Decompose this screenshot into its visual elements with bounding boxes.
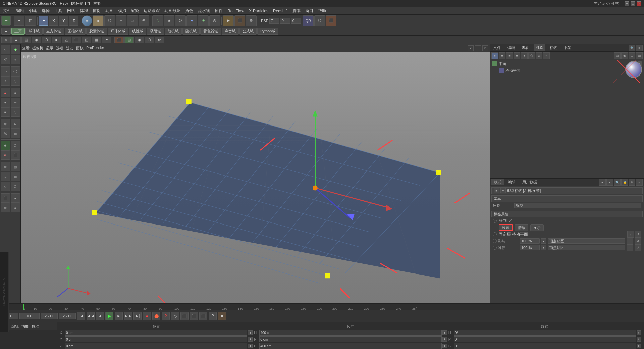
menu-help[interactable]: 帮助 [316, 7, 328, 14]
attr-radio1[interactable] [493, 219, 497, 223]
mode-icon[interactable]: ● [1, 28, 11, 35]
rotate-tool[interactable]: ↺ [1, 55, 10, 64]
kf-tab-calib[interactable]: 校准 [32, 324, 39, 329]
obj-view-icon4[interactable]: ▦ [636, 52, 643, 59]
obj-icon2[interactable]: ■ [499, 52, 505, 59]
attr-opacity-icon1[interactable]: ↑ [627, 244, 633, 251]
menu-realflow[interactable]: RealFlow [225, 8, 246, 14]
vp-settings-button[interactable]: □ [482, 45, 488, 51]
attr-radio4[interactable] [493, 246, 497, 250]
edge-mode[interactable]: ─ [11, 98, 20, 107]
menu-char[interactable]: 角色 [183, 7, 195, 14]
vp-menu-display[interactable]: 显示 [46, 46, 53, 51]
knife-btn[interactable]: ◇ [1, 182, 10, 191]
render-view-button[interactable]: ▶ [223, 15, 234, 26]
vp-menu-panel[interactable]: 面板 [76, 46, 84, 51]
rot-p-input[interactable]: 0° [454, 336, 636, 342]
func2-button[interactable]: ⬛ [190, 312, 198, 320]
menu-render[interactable]: 渲染 [129, 7, 141, 14]
next-frame-button[interactable]: ► [115, 312, 123, 320]
rot-h-input[interactable]: 0° [454, 330, 636, 336]
mode-noise[interactable]: 隐机域 [182, 28, 200, 35]
extra4[interactable]: ◈ [11, 203, 20, 212]
mode-capsule[interactable]: 胶囊体域 [86, 28, 107, 35]
obj-tab-object[interactable]: 对象 [534, 44, 545, 51]
mode-home[interactable]: 主页 [11, 28, 25, 35]
func3-button[interactable]: ⬛ [199, 312, 207, 320]
obj-view-icon1[interactable]: ▤ [614, 52, 621, 59]
attr-opacity-dot[interactable]: ● [541, 245, 546, 250]
extra-button1[interactable]: ⬡ [314, 15, 325, 26]
mode-adsorb[interactable]: 吸附域 [147, 28, 164, 35]
point-mode[interactable]: ● [1, 98, 10, 107]
attr-strength-field[interactable]: 100 % [520, 238, 540, 244]
snap-settings[interactable]: ⚙ [11, 119, 20, 129]
attr-icon2[interactable]: ● [500, 188, 506, 193]
size-b-input[interactable]: 400 cm [259, 343, 441, 349]
menu-volume[interactable]: 体积 [78, 7, 90, 14]
obj-mgr-search[interactable]: 🔍 [629, 45, 635, 51]
poly-mode[interactable]: ■ [1, 107, 10, 117]
rot-p-step[interactable]: ⬍ [637, 337, 641, 342]
mode-linear[interactable]: 线性域 [129, 28, 146, 35]
attr-radio3[interactable] [493, 239, 497, 243]
pos-y-input[interactable]: 0 cm [65, 336, 247, 342]
primitive-cone[interactable]: △ [116, 15, 126, 26]
kf-tab-edit[interactable]: 编辑 [11, 324, 19, 329]
menu-select[interactable]: 选择 [40, 7, 52, 14]
attr-opacity-icon2[interactable]: ↺ [635, 244, 641, 251]
select-lasso[interactable]: ⌖ [1, 76, 10, 86]
effector-tool[interactable]: A [186, 15, 197, 26]
marker-button[interactable]: ◇ [171, 312, 179, 320]
attr-lock[interactable]: 🔒 [621, 179, 628, 186]
pos-x-step[interactable]: ⬍ [248, 330, 253, 335]
menu-animation[interactable]: 动画 [103, 7, 115, 14]
pos-x-input[interactable]: 0 cm [65, 330, 247, 336]
mode-sound[interactable]: 声音域 [222, 28, 239, 35]
attr-settings1[interactable]: ⊕ [629, 179, 635, 186]
rot-b-input[interactable]: 0° [454, 343, 636, 349]
attr-tab-edit[interactable]: 编辑 [505, 179, 518, 185]
attr-tag-header[interactable]: 标签属性 [491, 211, 643, 217]
brush-tool[interactable]: ✏ [1, 150, 10, 160]
menu-plugin[interactable]: 插件 [213, 7, 225, 14]
rot-b-step[interactable]: ⬍ [637, 344, 641, 348]
vp-menu-filter[interactable]: 过滤 [66, 46, 73, 51]
snap-icon9[interactable]: ◫ [82, 37, 91, 43]
attr-btn-display[interactable]: 显示 [530, 224, 544, 231]
move-button[interactable]: ✦ [39, 16, 48, 26]
snap-icon8[interactable]: ⬛ [72, 37, 81, 43]
attr-opacity-field[interactable]: 100 % [520, 245, 540, 250]
attr-icon1[interactable]: ■ [494, 188, 499, 193]
mode-random[interactable]: 随机域 [165, 28, 182, 35]
prev-key-button[interactable]: ◄◄ [87, 312, 95, 320]
menu-edit[interactable]: 编辑 [14, 7, 26, 14]
primitive-plane[interactable]: ▭ [127, 15, 138, 26]
attr-nav-back[interactable]: ◄ [599, 179, 606, 186]
vp-menu-options[interactable]: 选项 [56, 46, 63, 51]
primitive-torus[interactable]: ◎ [139, 15, 149, 26]
maximize-button[interactable]: □ [631, 1, 635, 6]
qr-button[interactable]: QR [303, 15, 314, 26]
psr-y-field[interactable]: 0 [280, 18, 290, 24]
snap-icon6[interactable]: ■ [52, 37, 61, 43]
snap-icon1[interactable]: ◈ [1, 37, 11, 43]
open-button[interactable]: ◫ [25, 16, 36, 26]
pos-y-step[interactable]: ⬍ [248, 337, 253, 342]
undo-button[interactable]: ↩ [1, 16, 11, 26]
mode-torus[interactable]: 环体体域 [108, 28, 128, 35]
attr-radio2[interactable] [493, 232, 497, 236]
select-rect[interactable]: ▭ [1, 66, 10, 76]
obj-tab-file[interactable]: 文件 [491, 45, 503, 51]
attr-tab-userdata[interactable]: 用户数据 [520, 179, 540, 185]
attr-opacity-map[interactable]: 顶点贴图 [548, 245, 625, 250]
size-p-input[interactable]: 0 cm [259, 336, 441, 342]
model-mode[interactable]: ▲ [1, 88, 10, 97]
select-tool[interactable]: ↖ [1, 45, 10, 54]
rot-h-step[interactable]: ⬍ [637, 330, 641, 335]
attr-settings2[interactable]: ≡ [636, 179, 643, 186]
obj-tab-edit[interactable]: 编辑 [505, 45, 517, 51]
obj-mgr-settings[interactable]: ≡ [636, 45, 643, 51]
material-btn[interactable]: ◉ [1, 141, 10, 150]
rotate-button[interactable]: X [49, 16, 58, 26]
